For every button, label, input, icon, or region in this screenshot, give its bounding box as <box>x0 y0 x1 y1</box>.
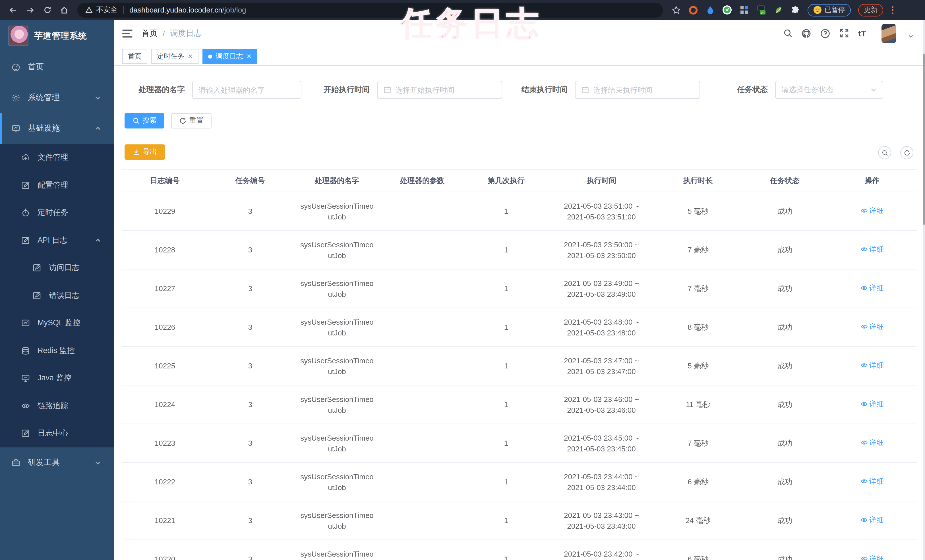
header-help-button[interactable] <box>818 20 833 47</box>
eye-icon <box>860 555 868 560</box>
sidebar-item-access-log[interactable]: 访问日志 <box>0 254 114 282</box>
profile-paused-chip[interactable]: 已暂停 <box>807 4 851 16</box>
handler-name-input-wrap <box>192 81 301 99</box>
eye-icon <box>860 477 868 485</box>
begin-time-input[interactable] <box>395 86 496 94</box>
sidebar-item-redis-monitor[interactable]: Redis 监控 <box>0 337 114 364</box>
browser-home-button[interactable] <box>56 2 73 18</box>
sidebar-item-file-mgmt[interactable]: 文件管理 <box>0 144 114 172</box>
detail-link[interactable]: 详细 <box>860 205 884 216</box>
sidebar-item-trace[interactable]: 链路追踪 <box>0 392 114 420</box>
extension-orange-icon[interactable] <box>688 5 698 15</box>
detail-link[interactable]: 详细 <box>860 437 884 448</box>
search-icon <box>881 149 888 156</box>
font-size-button[interactable]: tT <box>855 20 869 47</box>
sidebar-item-dev-tools[interactable]: 研发工具 <box>0 447 114 478</box>
handler-name-input[interactable] <box>199 86 295 94</box>
address-bar[interactable]: 不安全 dashboard.yudao.iocoder.cn /job/log <box>77 3 663 17</box>
pc-monitor-icon <box>21 374 30 383</box>
cell-param <box>381 308 464 346</box>
close-icon[interactable]: ✕ <box>188 50 193 63</box>
tab-cron-jobs[interactable]: 定时任务 ✕ <box>151 49 199 64</box>
sidebar-item-infrastructure[interactable]: 基础设施 <box>0 113 114 144</box>
chevron-down-icon <box>94 459 101 466</box>
export-button[interactable]: 导出 <box>125 145 165 160</box>
detail-link[interactable]: 详细 <box>860 360 884 371</box>
eye-icon <box>860 361 868 369</box>
sidebar-item-api-log[interactable]: API 日志 <box>0 227 114 254</box>
sidebar-item-error-log[interactable]: 错误日志 <box>0 282 114 309</box>
cell-index: 1 <box>464 385 549 424</box>
search-button[interactable]: 搜索 <box>125 113 164 128</box>
cell-status: 成功 <box>742 192 827 230</box>
sidebar-item-log-center[interactable]: 日志中心 <box>0 420 114 447</box>
eye-icon <box>860 284 868 292</box>
extension-grid-icon[interactable] <box>739 5 749 15</box>
scrollbar-thumb[interactable] <box>923 54 925 224</box>
extension-on-badge-icon[interactable]: on <box>756 5 766 15</box>
cell-duration: 7 毫秒 <box>654 424 742 462</box>
app-title: 芋道管理系统 <box>34 30 87 41</box>
cell-param <box>381 501 464 540</box>
cell-actions: 详细 <box>827 385 917 424</box>
detail-link[interactable]: 详细 <box>860 244 884 255</box>
job-status-select[interactable]: 请选择任务状态 <box>775 81 883 99</box>
cell-handler: sysUserSessionTimeoutJob <box>293 462 381 501</box>
cell-log-id: 10224 <box>122 385 208 424</box>
sidebar-item-java-monitor[interactable]: Java 监控 <box>0 364 114 392</box>
detail-link[interactable]: 详细 <box>860 321 884 332</box>
detail-link[interactable]: 详细 <box>860 283 884 294</box>
cell-handler: sysUserSessionTimeoutJob <box>293 308 381 346</box>
browser-update-button[interactable]: 更新 <box>858 4 883 16</box>
app-logo-row[interactable]: 芋道管理系统 <box>0 20 114 50</box>
cell-duration: 6 毫秒 <box>654 540 742 560</box>
cell-param <box>381 269 464 308</box>
detail-link[interactable]: 详细 <box>860 515 884 525</box>
sidebar-item-system-mgmt[interactable]: 系统管理 <box>0 83 114 113</box>
extension-blue-icon[interactable] <box>705 5 715 15</box>
reset-button[interactable]: 重置 <box>171 113 212 128</box>
fullscreen-icon <box>839 29 849 38</box>
browser-menu-kebab-icon[interactable] <box>892 6 893 14</box>
end-time-input[interactable] <box>593 86 694 94</box>
user-avatar[interactable] <box>881 24 896 43</box>
extension-leaf-icon[interactable] <box>773 5 783 15</box>
url-path[interactable]: /job/log <box>222 6 246 14</box>
sidebar-item-label: 基础设施 <box>28 123 60 134</box>
detail-link[interactable]: 详细 <box>860 553 884 560</box>
header-github-button[interactable] <box>799 20 814 47</box>
url-host[interactable]: dashboard.yudao.iocoder.cn <box>130 6 222 14</box>
collapse-sidebar-icon[interactable] <box>122 29 133 37</box>
cell-job-id: 3 <box>208 462 293 501</box>
browser-back-button[interactable] <box>5 2 22 18</box>
tab-home[interactable]: 首页 <box>122 49 147 64</box>
bookmark-star-icon[interactable] <box>671 5 681 15</box>
extension-green-v-icon[interactable] <box>722 5 732 15</box>
sidebar: 芋道管理系统 首页 系统管理 基础设施 <box>0 20 114 560</box>
header-search-button[interactable] <box>780 20 795 47</box>
sidebar-item-cron-jobs[interactable]: 定时任务 <box>0 199 114 227</box>
close-icon[interactable]: ✕ <box>246 50 252 63</box>
table-row: 10221 3 sysUserSessionTimeoutJob 1 2021-… <box>122 501 917 540</box>
toggle-search-panel-button[interactable] <box>878 146 891 159</box>
refresh-table-button[interactable] <box>900 146 913 159</box>
page-scrollbar[interactable] <box>923 20 925 560</box>
browser-reload-button[interactable] <box>39 2 56 18</box>
header-fullscreen-button[interactable] <box>836 20 851 47</box>
breadcrumb-home[interactable]: 首页 <box>142 28 158 38</box>
detail-link[interactable]: 详细 <box>860 399 884 409</box>
sidebar-item-home[interactable]: 首页 <box>0 52 114 83</box>
cell-log-id: 10220 <box>122 540 208 560</box>
tab-schedule-log[interactable]: 调度日志 ✕ <box>202 49 257 64</box>
sidebar-item-mysql-monitor[interactable]: MySQL 监控 <box>0 309 114 337</box>
browser-forward-button[interactable] <box>22 2 39 18</box>
sidebar-item-config-mgmt[interactable]: 配置管理 <box>0 172 114 199</box>
avatar-caret-down-icon[interactable] <box>908 31 914 42</box>
security-label[interactable]: 不安全 <box>96 5 118 15</box>
topbar: 首页 / 调度日志 tT <box>114 20 925 47</box>
cell-log-id: 10223 <box>122 424 208 462</box>
not-secure-warning-icon[interactable] <box>85 6 93 14</box>
extensions-puzzle-icon[interactable] <box>791 5 800 15</box>
detail-link[interactable]: 详细 <box>860 476 884 487</box>
table-row: 10227 3 sysUserSessionTimeoutJob 1 2021-… <box>122 269 917 308</box>
